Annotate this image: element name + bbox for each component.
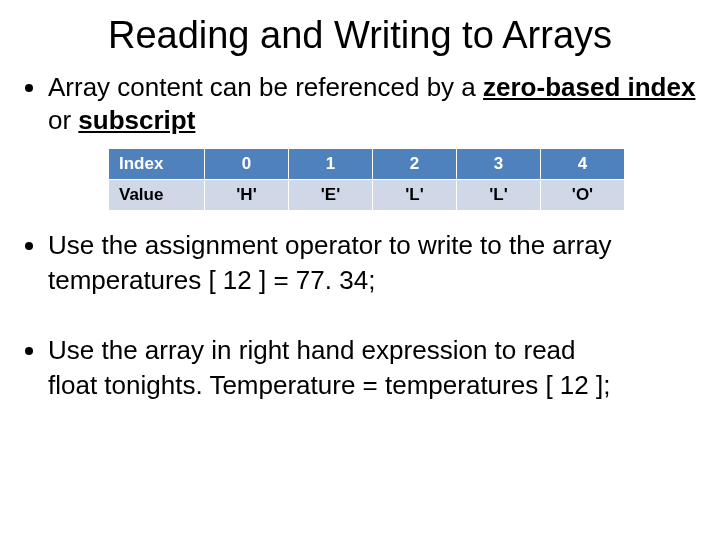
value-4: 'O' (541, 180, 625, 211)
bullet-3-line2: float tonights. Temperature = temperatur… (48, 369, 700, 402)
bullet-2: Use the assignment operator to write to … (48, 229, 700, 296)
index-label: Index (109, 149, 205, 180)
value-3: 'L' (457, 180, 541, 211)
index-4: 4 (541, 149, 625, 180)
value-1: 'E' (289, 180, 373, 211)
bullet-list: Array content can be referenced by a zer… (48, 71, 700, 136)
bullet-1-prefix: Array content can be referenced by a (48, 72, 483, 102)
spacer (20, 306, 700, 334)
index-row: Index 0 1 2 3 4 (109, 149, 625, 180)
bullet-list-3: Use the array in right hand expression t… (48, 334, 700, 401)
bullet-1-underlined-1: zero-based index (483, 72, 695, 102)
bullet-1-underlined-2: subscript (78, 105, 195, 135)
index-2: 2 (373, 149, 457, 180)
bullet-2-line1: Use the assignment operator to write to … (48, 230, 612, 260)
value-row: Value 'H' 'E' 'L' 'L' 'O' (109, 180, 625, 211)
bullet-list-2: Use the assignment operator to write to … (48, 229, 700, 296)
array-table-wrap: Index 0 1 2 3 4 Value 'H' 'E' 'L' 'L' 'O… (108, 148, 613, 211)
value-2: 'L' (373, 180, 457, 211)
index-3: 3 (457, 149, 541, 180)
index-0: 0 (205, 149, 289, 180)
bullet-1: Array content can be referenced by a zer… (48, 71, 700, 136)
value-0: 'H' (205, 180, 289, 211)
slide-title: Reading and Writing to Arrays (20, 14, 700, 57)
value-label: Value (109, 180, 205, 211)
bullet-3-line1: Use the array in right hand expression t… (48, 335, 576, 365)
bullet-2-line2: temperatures [ 12 ] = 77. 34; (48, 264, 700, 297)
index-1: 1 (289, 149, 373, 180)
bullet-1-mid: or (48, 105, 78, 135)
array-table: Index 0 1 2 3 4 Value 'H' 'E' 'L' 'L' 'O… (108, 148, 625, 211)
slide: Reading and Writing to Arrays Array cont… (0, 0, 720, 540)
bullet-3: Use the array in right hand expression t… (48, 334, 700, 401)
